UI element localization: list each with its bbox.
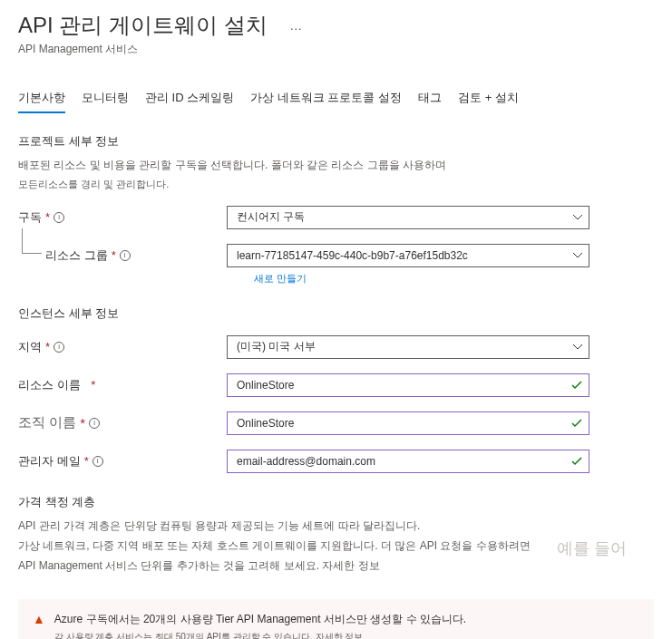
resource-group-select[interactable]: learn-77185147-459c-440c-b9b7-a76ef15db3…	[227, 244, 589, 267]
warning-box: ▲ Azure 구독에서는 20개의 사용량 Tier API Manageme…	[18, 599, 654, 640]
tab-bar: 기본사항 모니터링 관리 ID 스케일링 가상 네트워크 프로토콜 설정 태그 …	[18, 84, 654, 113]
org-name-label-text: 조직 이름	[18, 414, 76, 431]
project-details-desc: 배포된 리소스 및 비용을 관리할 구독을 선택합니다. 폴더와 같은 리소스 …	[18, 157, 654, 173]
resource-name-label: 리소스 이름 *	[18, 377, 227, 393]
org-name-value: OnlineStore	[237, 417, 294, 430]
region-select[interactable]: (미국) 미국 서부	[227, 335, 589, 359]
warning-icon: ▲	[33, 612, 45, 626]
required-asterisk: *	[91, 378, 95, 392]
region-label-text: 지역	[18, 339, 42, 355]
region-label: 지역 * i	[18, 339, 227, 355]
tab-managed-id[interactable]: 관리 ID 스케일링	[145, 84, 234, 113]
admin-email-label: 관리자 메일 * i	[18, 453, 227, 470]
admin-email-input[interactable]: email-address@domain.com	[227, 450, 589, 473]
info-icon[interactable]: i	[54, 212, 64, 223]
info-icon[interactable]: i	[89, 418, 100, 429]
info-icon[interactable]: i	[120, 250, 131, 261]
resource-group-value: learn-77185147-459c-440c-b9b7-a76ef15db3…	[237, 249, 468, 262]
project-details-desc-small: 모든리소스를 경리 및 관리합니다.	[18, 177, 654, 192]
resource-name-input[interactable]: OnlineStore	[227, 373, 589, 397]
tab-monitoring[interactable]: 모니터링	[82, 84, 129, 113]
project-details-title: 프로젝트 세부 정보	[18, 133, 654, 150]
required-asterisk: *	[112, 248, 116, 262]
resource-name-label-text: 리소스 이름	[18, 377, 81, 393]
required-asterisk: *	[45, 210, 50, 224]
info-icon[interactable]: i	[54, 342, 64, 353]
warning-title: Azure 구독에서는 20개의 사용량 Tier API Management…	[54, 612, 466, 627]
tab-tags[interactable]: 태그	[418, 84, 442, 113]
more-actions[interactable]: …	[289, 18, 302, 33]
watermark-text: 예를 들어	[557, 537, 627, 559]
tab-review[interactable]: 검토 + 설치	[458, 84, 519, 113]
pricing-desc-1: API 관리 가격 계층은 단위당 컴퓨팅 용량과 제공되는 기능 세트에 따라…	[18, 518, 654, 534]
subscription-label-text: 구독	[18, 209, 42, 226]
org-name-input[interactable]: OnlineStore	[227, 411, 589, 435]
warning-subtitle: 각 사용량 계층 서비스는 최대 50개의 API를 관리할 수 있습니다. 자…	[54, 631, 466, 640]
subscription-select[interactable]: 컨시어지 구독	[227, 206, 589, 229]
subscription-label: 구독 * i	[18, 209, 227, 226]
page-title: API 관리 게이트웨이 설치	[18, 11, 268, 40]
admin-email-value: email-address@domain.com	[237, 455, 375, 468]
tab-basic[interactable]: 기본사항	[18, 84, 65, 113]
tab-vnet[interactable]: 가상 네트워크 프로토콜 설정	[250, 84, 402, 113]
admin-email-label-text: 관리자 메일	[18, 453, 81, 470]
indent-line	[22, 228, 42, 254]
resource-group-label: 리소스 그룹 * i	[45, 247, 227, 264]
create-new-link[interactable]: 새로 만들기	[254, 272, 654, 286]
pricing-desc-3: API Management 서비스 단위를 추가하는 것을 고려해 보세요. …	[18, 557, 654, 574]
required-asterisk: *	[80, 415, 85, 431]
subscription-value: 컨시어지 구독	[237, 209, 305, 225]
resource-name-value: OnlineStore	[237, 379, 294, 392]
required-asterisk: *	[45, 340, 50, 353]
pricing-title: 가격 책정 계층	[18, 494, 654, 510]
required-asterisk: *	[84, 454, 89, 468]
org-name-label: 조직 이름 * i	[18, 414, 227, 431]
info-icon[interactable]: i	[93, 456, 103, 467]
instance-details-title: 인스턴스 세부 정보	[18, 305, 654, 322]
region-value: (미국) 미국 서부	[237, 339, 316, 354]
page-subtitle: API Management 서비스	[18, 42, 654, 57]
resource-group-label-text: 리소스 그룹	[45, 247, 108, 264]
